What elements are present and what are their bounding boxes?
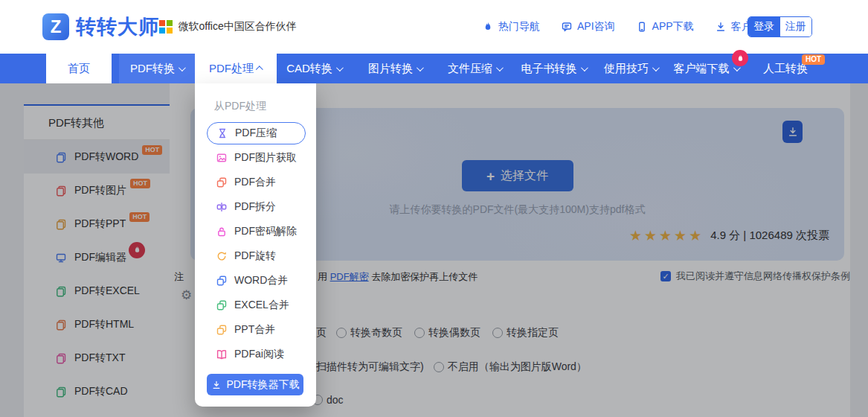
- brand-logo[interactable]: Z 转转大师: [42, 13, 159, 40]
- menu-item-pdf-merge[interactable]: PDF合并: [195, 170, 316, 194]
- phone-icon: [636, 21, 648, 33]
- menu-item-word-merge[interactable]: WORD合并: [195, 268, 316, 293]
- split-icon: [216, 201, 228, 213]
- menu-item-pdf-rotate[interactable]: PDF旋转: [195, 243, 316, 268]
- nav-label: 人工转换: [763, 62, 808, 76]
- menu-item-label: PDF合并: [234, 176, 276, 189]
- download-icon: [211, 380, 222, 390]
- menu-item-label: PDF压缩: [235, 127, 277, 140]
- nav-label: 文件压缩: [448, 62, 492, 76]
- menu-item-pdf-ai-reader[interactable]: PDFai阅读: [195, 342, 316, 366]
- menu-item-pdf-split[interactable]: PDF拆分: [195, 194, 316, 219]
- chevron-down-icon: [652, 64, 660, 71]
- merge-icon: [216, 299, 228, 311]
- register-button[interactable]: 注册: [780, 17, 812, 36]
- flame-badge-icon: [732, 50, 748, 66]
- chevron-down-icon: [336, 64, 344, 71]
- chevron-down-icon: [417, 64, 424, 71]
- menu-item-label: EXCEL合并: [234, 299, 289, 312]
- chevron-down-icon: [179, 64, 186, 71]
- microsoft-logo-icon: [159, 20, 173, 34]
- menu-item-pdf-compress[interactable]: PDF压缩: [207, 122, 306, 144]
- nav-item-pdf-process[interactable]: PDF处理: [195, 54, 277, 83]
- header: Z 转转大师 微软office中国区合作伙伴 热门导航 API咨询 APP下载 …: [0, 0, 868, 54]
- dropdown-title: 从PDF处理: [214, 100, 316, 113]
- menu-item-excel-merge[interactable]: EXCEL合并: [195, 293, 316, 317]
- nav-label: PDF处理: [209, 62, 254, 76]
- compress-icon: [216, 127, 228, 139]
- logo-z-icon: Z: [42, 13, 69, 40]
- nav-label: 图片转换: [368, 62, 413, 76]
- chat-icon: [561, 21, 573, 33]
- chevron-up-icon: [256, 66, 263, 73]
- menu-item-pdf-password-remove[interactable]: PDF密码解除: [195, 219, 316, 243]
- menu-item-label: PDF密码解除: [234, 225, 297, 238]
- nav-label: 客户端下载: [674, 62, 730, 76]
- partner-text: 微软office中国区合作伙伴: [179, 20, 297, 34]
- menu-item-pdf-image-extract[interactable]: PDF图片获取: [195, 145, 316, 170]
- menu-item-ppt-merge[interactable]: PPT合并: [195, 317, 316, 342]
- link-label: APP下载: [652, 20, 694, 34]
- nav-label: CAD转换: [286, 62, 332, 76]
- nav-item-home[interactable]: 首页: [46, 54, 112, 83]
- nav-item-image-convert[interactable]: 图片转换: [359, 54, 431, 83]
- nav-label: 首页: [68, 62, 90, 76]
- nav-label: 使用技巧: [604, 62, 649, 76]
- dim-overlay: [0, 83, 868, 417]
- book-icon: [216, 348, 228, 360]
- nav-item-pdf-convert[interactable]: PDF转换: [119, 54, 195, 83]
- auth-buttons: 登录 注册: [748, 16, 812, 37]
- flame-icon: [482, 21, 494, 33]
- menu-item-label: PDF旋转: [234, 249, 276, 263]
- main-nav: 首页 PDF转换 PDF处理 CAD转换 图片转换 文件压缩 电子书转换 使用技…: [0, 54, 868, 83]
- link-label: API咨询: [577, 20, 615, 34]
- image-icon: [216, 152, 228, 164]
- nav-item-file-compress[interactable]: 文件压缩: [437, 54, 512, 83]
- hot-badge: HOT: [802, 54, 825, 65]
- rotate-icon: [216, 250, 228, 262]
- nav-label: PDF转换: [130, 62, 175, 76]
- api-link[interactable]: API咨询: [561, 20, 615, 34]
- header-links: 热门导航 API咨询 APP下载 客户端: [482, 0, 762, 54]
- app-download-link[interactable]: APP下载: [636, 20, 694, 34]
- menu-item-label: PPT合并: [234, 323, 275, 337]
- nav-item-cad-convert[interactable]: CAD转换: [277, 54, 351, 83]
- merge-icon: [216, 275, 228, 287]
- download-button-label: PDF转换器下载: [227, 378, 300, 392]
- app-window: Z 转转大师 微软office中国区合作伙伴 热门导航 API咨询 APP下载 …: [0, 0, 868, 417]
- pdf-process-dropdown: 从PDF处理 PDF压缩 PDF图片获取 PDF合并 PDF拆分 PDF密码解除…: [195, 83, 316, 407]
- lock-icon: [216, 226, 228, 238]
- merge-icon: [216, 324, 228, 336]
- partner-badge: 微软office中国区合作伙伴: [159, 20, 297, 34]
- nav-item-tips[interactable]: 使用技巧: [595, 54, 666, 83]
- brand-name: 转转大师: [76, 13, 159, 40]
- nav-label: 电子书转换: [521, 62, 577, 76]
- nav-item-ebook-convert[interactable]: 电子书转换: [512, 54, 595, 83]
- link-label: 热门导航: [498, 20, 540, 34]
- menu-item-label: PDF图片获取: [234, 151, 297, 165]
- menu-item-label: PDFai阅读: [234, 348, 284, 361]
- menu-item-label: WORD合并: [234, 274, 288, 287]
- hot-nav-link[interactable]: 热门导航: [482, 20, 540, 34]
- merge-icon: [216, 176, 228, 188]
- chevron-down-icon: [580, 64, 588, 71]
- chevron-down-icon: [496, 64, 504, 71]
- login-button[interactable]: 登录: [748, 17, 780, 36]
- pdf-converter-download-button[interactable]: PDF转换器下载: [207, 374, 303, 395]
- download-icon: [715, 21, 727, 33]
- menu-item-label: PDF拆分: [234, 200, 276, 214]
